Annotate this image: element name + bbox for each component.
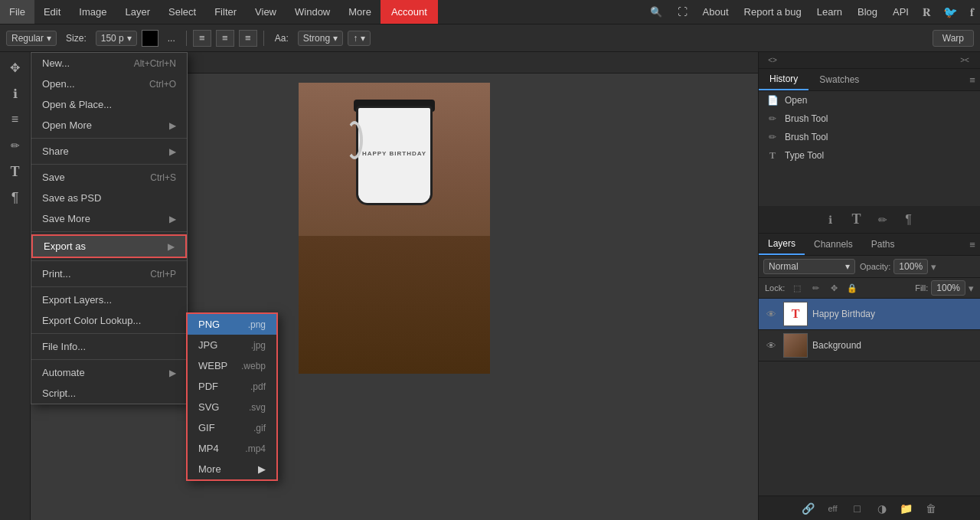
mask-button[interactable]: □	[848, 499, 867, 518]
delete-layer-button[interactable]: 🗑	[922, 499, 940, 518]
export-submenu[interactable]: PNG .png JPG .jpg WEBP .webp PDF .pdf SV…	[186, 312, 278, 481]
move-tool[interactable]: ✥	[3, 55, 28, 80]
lock-brush-button[interactable]: ✏	[808, 280, 823, 296]
history-type[interactable]: T Type Tool	[759, 146, 980, 165]
menu-export-color[interactable]: Export Color Lookup...	[31, 310, 187, 331]
window-menu[interactable]: Window	[286, 0, 339, 24]
edit-menu[interactable]: Edit	[34, 0, 70, 24]
menu-new[interactable]: New... Alt+Ctrl+N	[31, 53, 187, 74]
link-layers-button[interactable]: 🔗	[799, 499, 818, 518]
adjustment-button[interactable]: ◑	[873, 499, 891, 518]
export-webp[interactable]: WEBP .webp	[188, 355, 276, 376]
layers-tool[interactable]: ≡	[3, 107, 28, 132]
export-png[interactable]: PNG .png	[188, 314, 276, 335]
menu-open[interactable]: Open... Ctrl+O	[31, 74, 187, 94]
font-size-select[interactable]: 150 p ▾	[96, 31, 137, 46]
history-brush-2[interactable]: ✏ Brush Tool	[759, 128, 980, 146]
menu-automate[interactable]: Automate ▶	[31, 362, 187, 383]
align-right-button[interactable]: ≡	[239, 30, 257, 47]
align-left-button[interactable]: ≡	[193, 30, 211, 47]
lock-pixels-button[interactable]: ⬚	[789, 280, 805, 296]
twitter-icon[interactable]: 🐦	[937, 0, 964, 24]
export-gif[interactable]: GIF .gif	[188, 417, 276, 438]
lock-all-button[interactable]: 🔒	[844, 280, 860, 296]
group-button[interactable]: 📁	[897, 499, 916, 518]
menu-share[interactable]: Share ▶	[31, 141, 187, 162]
collapse-left-button[interactable]: <>	[759, 52, 786, 69]
export-more[interactable]: More ▶	[188, 459, 276, 479]
export-svg[interactable]: SVG .svg	[188, 397, 276, 417]
opacity-value[interactable]: 100%	[893, 259, 928, 274]
menu-script[interactable]: Script...	[31, 383, 187, 404]
strong-select[interactable]: Strong ▾	[298, 31, 343, 46]
opacity-arrow[interactable]: ▾	[931, 261, 936, 273]
export-pdf[interactable]: PDF .pdf	[188, 376, 276, 397]
brush-tool[interactable]: ✏	[3, 133, 28, 158]
export-jpg[interactable]: JPG .jpg	[188, 335, 276, 355]
file-menu-trigger[interactable]: File	[0, 0, 34, 24]
select-menu[interactable]: Select	[159, 0, 205, 24]
menu-export-layers[interactable]: Export Layers...	[31, 289, 187, 310]
menu-export-as[interactable]: Export as ▶	[31, 234, 187, 258]
text-tool[interactable]: T	[3, 159, 28, 184]
direction-select[interactable]: ↑ ▾	[348, 31, 371, 46]
align-center-button[interactable]: ≡	[216, 30, 234, 47]
tab-history[interactable]: History	[759, 69, 808, 90]
effects-button[interactable]: eff	[824, 499, 842, 518]
layer-background[interactable]: 👁 Background	[759, 330, 980, 361]
collapse-right-button[interactable]: ><	[949, 52, 980, 69]
menu-save-more[interactable]: Save More ▶	[31, 208, 187, 229]
file-menu[interactable]: New... Alt+Ctrl+N Open... Ctrl+O Open & …	[31, 52, 188, 404]
info-panel-button[interactable]: ℹ	[820, 209, 841, 231]
history-brush-1[interactable]: ✏ Brush Tool	[759, 110, 980, 128]
info-tool[interactable]: ℹ	[3, 81, 28, 106]
learn-link[interactable]: Learn	[809, 0, 850, 24]
fill-value[interactable]: 100%	[931, 280, 965, 296]
facebook-icon[interactable]: 𝐟	[964, 0, 980, 24]
layers-panel-button[interactable]: T	[846, 209, 867, 231]
export-mp4[interactable]: MP4 .mp4	[188, 438, 276, 459]
fullscreen-button[interactable]: ⛶	[670, 0, 695, 24]
report-bug-link[interactable]: Report a bug	[737, 0, 809, 24]
about-link[interactable]: About	[695, 0, 737, 24]
layer-menu[interactable]: Layer	[116, 0, 160, 24]
menu-print[interactable]: Print... Ctrl+P	[31, 263, 187, 284]
warp-button[interactable]: Warp	[933, 30, 974, 47]
layer-visibility-2[interactable]: 👁	[763, 338, 779, 353]
tab-swatches[interactable]: Swatches	[808, 70, 870, 90]
view-menu[interactable]: View	[246, 0, 286, 24]
menu-save[interactable]: Save Ctrl+S	[31, 167, 187, 188]
blend-mode-select[interactable]: Normal ▾	[763, 259, 855, 274]
image-menu[interactable]: Image	[70, 0, 116, 24]
history-panel-menu[interactable]: ≡	[965, 70, 980, 90]
tab-channels[interactable]: Channels	[805, 234, 862, 254]
more-menu[interactable]: More	[339, 0, 381, 24]
font-style-select[interactable]: Regular ▾	[6, 31, 57, 46]
color-swatch[interactable]	[142, 30, 158, 47]
menu-file-info[interactable]: File Info...	[31, 336, 187, 357]
account-button[interactable]: Account	[381, 0, 438, 24]
layers-panel-menu[interactable]: ≡	[965, 234, 980, 254]
history-open-icon: 📄	[766, 94, 779, 106]
menu-save-psd[interactable]: Save as PSD	[31, 188, 187, 208]
brush-panel-button[interactable]: ✏	[872, 209, 893, 231]
blog-link[interactable]: Blog	[850, 0, 885, 24]
lock-move-button[interactable]: ✥	[826, 280, 841, 296]
menu-open-more[interactable]: Open More ▶	[31, 115, 187, 136]
menu-open-place[interactable]: Open & Place...	[31, 94, 187, 115]
more-options-button[interactable]: ...	[163, 31, 180, 45]
paragraph-tool[interactable]: ¶	[3, 185, 28, 210]
search-button[interactable]: 🔍	[642, 0, 670, 24]
layer-happy-birthday[interactable]: 👁 T Happy Birthday	[759, 299, 980, 330]
history-open[interactable]: 📄 Open	[759, 91, 980, 110]
fill-arrow[interactable]: ▾	[969, 283, 974, 294]
reddit-icon[interactable]: 𝐑	[916, 0, 937, 24]
export-mp4-ext: .mp4	[245, 443, 266, 454]
tab-layers[interactable]: Layers	[759, 234, 805, 255]
style-panel-button[interactable]: ¶	[898, 209, 920, 231]
api-link[interactable]: API	[885, 0, 916, 24]
filter-menu[interactable]: Filter	[205, 0, 246, 24]
mug: HAPPY BIRTHDAY	[345, 106, 444, 228]
layer-visibility-1[interactable]: 👁	[763, 306, 779, 322]
tab-paths[interactable]: Paths	[862, 234, 904, 254]
